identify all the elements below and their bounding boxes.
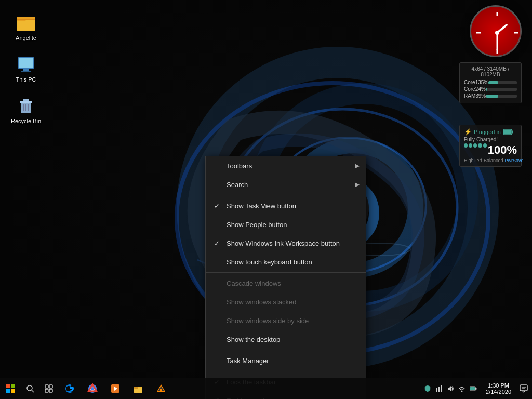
core2-bar-fill <box>486 88 487 91</box>
taskbar-app-vlc[interactable] <box>150 378 172 399</box>
start-button[interactable] <box>0 378 21 399</box>
battery-status-row: ⚡ Plugged in <box>464 128 517 136</box>
clock-svg <box>471 7 523 59</box>
ram-bar-bg <box>486 95 517 98</box>
arrow-search: ▶ <box>355 181 360 188</box>
core2-row: Core2 4% <box>464 86 517 92</box>
tray-icon-sound[interactable] <box>445 383 456 394</box>
checkmark-cascade <box>214 280 224 287</box>
vlc-icon <box>156 383 166 394</box>
ctx-label-stacked: Show windows stacked <box>227 298 296 306</box>
battery-widget[interactable]: ⚡ Plugged in Fully Charged! 100% HighPer… <box>459 125 522 167</box>
ctx-item-task-manager[interactable]: Task Manager <box>206 351 366 370</box>
task-view-button[interactable] <box>39 378 58 399</box>
ctx-label-search: Search <box>227 181 248 189</box>
tray-icon-network[interactable] <box>457 383 467 394</box>
battery-dot-3 <box>473 143 477 148</box>
taskbar-app-files[interactable] <box>127 378 150 399</box>
svg-rect-35 <box>512 131 513 134</box>
battery-dot-4 <box>478 143 482 148</box>
desktop-icon-recyclebin[interactable]: Recycle Bin <box>8 94 44 126</box>
svg-rect-37 <box>6 384 10 388</box>
taskbar-app-chrome[interactable] <box>81 378 104 399</box>
tray-icon-shield[interactable] <box>422 383 433 394</box>
thispc-icon <box>16 54 36 75</box>
battery-percent: 100% <box>488 143 517 157</box>
battery-detail: Fully Charged! <box>464 137 517 142</box>
separator-2 <box>206 272 366 273</box>
svg-point-62 <box>461 391 463 392</box>
sys-info-widget[interactable]: 4x64 / 3140MB / 8102MB Core1 35% Core2 4… <box>459 62 522 103</box>
checkmark-ink: ✓ <box>214 240 224 247</box>
svg-rect-66 <box>520 385 527 391</box>
taskbar-app-media[interactable] <box>104 378 127 399</box>
taskbar-clock[interactable]: 1:30 PM 2/14/2020 <box>482 382 515 395</box>
separator-4 <box>206 371 366 371</box>
ctx-item-cascade: Cascade windows <box>206 274 366 292</box>
recyclebin-label: Recycle Bin <box>11 118 41 124</box>
clock-time: 1:30 PM <box>488 382 509 389</box>
svg-rect-17 <box>19 58 33 68</box>
clock-widget[interactable] <box>470 5 522 57</box>
svg-rect-45 <box>45 389 48 392</box>
desktop-icon-thispc[interactable]: This PC <box>8 52 44 85</box>
ctx-item-toolbars[interactable]: Toolbars ▶ <box>206 156 366 175</box>
svg-point-41 <box>27 385 32 391</box>
ctx-item-search[interactable]: Search ▶ <box>206 175 366 194</box>
mode-pwrsave[interactable]: PwrSave <box>505 158 524 163</box>
core2-label: Core2 <box>464 86 478 92</box>
ctx-label-people: Show People button <box>227 221 287 229</box>
mode-highperf[interactable]: HighPerf <box>464 158 482 163</box>
chrome-icon <box>87 383 98 394</box>
battery-icon <box>503 129 513 135</box>
ctx-item-people[interactable]: Show People button <box>206 215 366 234</box>
notification-center-button[interactable] <box>515 378 532 399</box>
svg-rect-57 <box>160 389 162 391</box>
network-tray-icon <box>435 385 443 392</box>
svg-rect-38 <box>11 384 15 388</box>
sound-tray-icon <box>447 385 454 392</box>
svg-line-42 <box>32 390 34 392</box>
desktop-icon-angelite[interactable]: Angelite <box>8 10 44 43</box>
taskbar: 1:30 PM 2/14/2020 <box>0 378 532 399</box>
media-icon <box>110 383 121 394</box>
svg-rect-46 <box>49 389 52 392</box>
tray-icon-extra[interactable] <box>434 383 444 394</box>
svg-rect-54 <box>134 387 138 389</box>
svg-rect-65 <box>470 387 475 390</box>
svg-rect-36 <box>503 130 511 134</box>
svg-rect-44 <box>49 385 52 388</box>
checkmark-task-manager <box>214 357 224 365</box>
angelite-icon <box>16 12 36 33</box>
svg-rect-19 <box>21 71 31 72</box>
svg-rect-15 <box>17 17 26 21</box>
clock-face <box>470 5 522 57</box>
sys-info-title: 4x64 / 3140MB / 8102MB <box>464 66 517 77</box>
shield-tray-icon <box>424 385 431 392</box>
plug-icon: ⚡ <box>464 128 472 136</box>
separator-3 <box>206 350 366 350</box>
svg-rect-39 <box>6 389 10 393</box>
ctx-item-ink[interactable]: ✓ Show Windows Ink Workspace button <box>206 234 366 252</box>
ctx-label-touch-keyboard: Show touch keyboard button <box>227 258 312 266</box>
thispc-label: This PC <box>16 76 36 83</box>
search-button[interactable] <box>21 378 39 399</box>
svg-rect-22 <box>23 99 29 101</box>
checkmark-show-desktop <box>214 336 224 343</box>
ctx-label-task-manager: Task Manager <box>227 357 269 365</box>
ctx-item-task-view[interactable]: ✓ Show Task View button <box>206 196 366 215</box>
battery-dots: 100% <box>464 143 517 157</box>
edge-icon <box>64 383 75 394</box>
ctx-item-touch-keyboard[interactable]: Show touch keyboard button <box>206 252 366 271</box>
tray-icon-battery[interactable] <box>468 383 478 394</box>
taskbar-app-edge[interactable] <box>58 378 81 399</box>
wifi-tray-icon <box>458 385 466 392</box>
context-menu: Toolbars ▶ Search ▶ ✓ Show Task View but… <box>205 156 366 399</box>
ctx-label-side-by-side: Show windows side by side <box>227 317 309 325</box>
battery-dot-2 <box>469 143 472 148</box>
taskbar-tray <box>419 383 482 394</box>
mode-balanced[interactable]: Balanced <box>484 158 503 163</box>
desktop: Angelite This PC Recycle Bin <box>0 0 532 399</box>
svg-rect-59 <box>438 387 440 392</box>
ctx-item-show-desktop[interactable]: Show the desktop <box>206 330 366 349</box>
